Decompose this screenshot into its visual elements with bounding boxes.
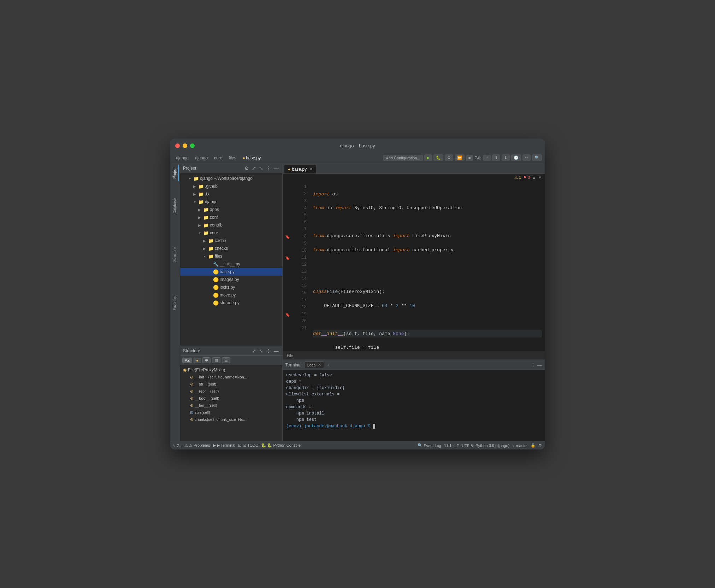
struct-len-item[interactable]: ⊙ __len__(self): [180, 402, 282, 409]
debug-button[interactable]: 🐛: [433, 154, 443, 161]
tree-root[interactable]: ▾ 📁 django ~/Workspace/django: [180, 175, 282, 182]
scroll-down-icon[interactable]: ▼: [538, 175, 542, 180]
gutter-line-6: [283, 219, 292, 226]
toolbar-tab-basepy[interactable]: ●base.py: [240, 154, 264, 161]
search-button[interactable]: 🔍: [532, 154, 542, 161]
status-line-ending[interactable]: LF: [454, 443, 459, 448]
toolbar-tab-django2[interactable]: django: [192, 154, 211, 161]
python-file-icon: ●: [288, 167, 290, 172]
az-sort-button[interactable]: AZ: [182, 358, 192, 363]
sidebar-tab-favorites[interactable]: Favorites: [171, 293, 179, 313]
collapse-all-button[interactable]: ▤: [212, 357, 220, 363]
coverage-button[interactable]: ⚙: [445, 154, 453, 161]
toolbar-tab-core[interactable]: core: [211, 154, 225, 161]
struct-class-item[interactable]: ◉ File(FileProxyMixin): [180, 366, 282, 374]
stop-button[interactable]: ■: [466, 155, 473, 161]
tree-item-imagespy[interactable]: 🟡 images.py: [180, 276, 282, 283]
scroll-up-icon[interactable]: ▲: [532, 175, 536, 180]
tree-item-github[interactable]: ▶ 📁 .github: [180, 182, 282, 190]
tree-label: django: [205, 199, 218, 204]
tree-item-core[interactable]: ▾ 📁 core: [180, 229, 282, 237]
gutter-line-19: 🔖: [283, 311, 292, 318]
structure-minimize-icon[interactable]: —: [273, 347, 279, 354]
struct-size-item[interactable]: ⊡ size(self): [180, 409, 282, 416]
tree-item-init[interactable]: 🔧 __init__.py: [180, 260, 282, 268]
git-history-button[interactable]: 🕐: [511, 154, 521, 161]
structure-panel-header: Structure ⤢ ⤡ ⋮ —: [180, 346, 282, 356]
maximize-button[interactable]: [190, 143, 195, 148]
structure-expand-icon[interactable]: ⤢: [251, 347, 257, 354]
titlebar: django – base.py: [170, 139, 545, 153]
code-content[interactable]: import os from io import BytesIO, String…: [310, 181, 545, 351]
tree-item-django[interactable]: ▾ 📁 django: [180, 198, 282, 206]
toolbar-tab-django1[interactable]: django: [173, 154, 191, 161]
filter-button[interactable]: ●: [194, 358, 201, 363]
tree-item-basepy[interactable]: 🟡 base.py: [180, 268, 282, 276]
editor-tab-basepy[interactable]: ● base.py ✕: [284, 164, 316, 174]
tab-close-icon[interactable]: ✕: [309, 167, 312, 171]
event-log-icon: 🔍: [418, 443, 422, 448]
terminal-content[interactable]: usedevelop = false deps = changedir = {t…: [283, 370, 545, 441]
structure-menu-icon[interactable]: ⋮: [265, 347, 272, 354]
project-settings-icon[interactable]: ⚙: [244, 165, 250, 172]
terminal-menu-icon[interactable]: ⋮: [531, 362, 536, 368]
git-pull-button[interactable]: ⬇: [502, 154, 510, 161]
terminal-cursor: [373, 424, 375, 429]
status-encoding[interactable]: UTF-8: [462, 443, 473, 448]
struct-init-item[interactable]: ⊙ __init__(self, file, name=Non...: [180, 374, 282, 381]
status-todo[interactable]: ☑ ☑ TODO: [238, 443, 258, 448]
tree-item-files[interactable]: ▾ 📁 files: [180, 252, 282, 260]
terminal-minimize-icon[interactable]: —: [537, 362, 542, 368]
project-minimize-icon[interactable]: —: [273, 165, 279, 172]
tree-item-cache[interactable]: ▶ 📁 cache: [180, 237, 282, 245]
struct-bool-item[interactable]: ⊙ __bool__(self): [180, 395, 282, 402]
tree-item-lockspy[interactable]: 🟡 locks.py: [180, 283, 282, 291]
visibility-button[interactable]: ☰: [222, 357, 230, 363]
structure-collapse-icon[interactable]: ⤡: [258, 347, 264, 354]
minimize-button[interactable]: [183, 143, 187, 148]
term-line-1: usedevelop = false: [286, 372, 541, 378]
status-settings-icon[interactable]: ⚙: [538, 443, 542, 448]
struct-str-item[interactable]: ⊙ __str__(self): [180, 381, 282, 388]
struct-chunks-item[interactable]: ⊙ chunks(self, chunk_size=No...: [180, 416, 282, 423]
expand-icon: ▶: [197, 216, 202, 219]
status-lock-icon[interactable]: 🔒: [531, 443, 536, 448]
sidebar-tab-project[interactable]: Project: [171, 165, 179, 181]
expand-icon: ▶: [197, 208, 202, 212]
tree-item-checks[interactable]: ▶ 📁 checks: [180, 245, 282, 252]
step-button[interactable]: ⏩: [455, 154, 465, 161]
toolbar-tab-files[interactable]: files: [226, 154, 239, 161]
tree-item-contrib[interactable]: ▶ 📁 contrib: [180, 221, 282, 229]
sidebar-tab-structure[interactable]: Structure: [171, 245, 179, 265]
tree-item-storagepy[interactable]: 🟡 storage.py: [180, 299, 282, 307]
add-configuration-button[interactable]: Add Configuration...: [383, 155, 422, 161]
status-terminal[interactable]: ▶ ▶ Terminal: [213, 443, 235, 448]
project-collapse-icon[interactable]: ⤡: [258, 165, 264, 172]
code-editor[interactable]: 🔖 🔖 🔖: [283, 181, 545, 351]
tree-item-conf[interactable]: ▶ 📁 conf: [180, 213, 282, 221]
terminal-tab-local[interactable]: Local ✕: [304, 361, 324, 368]
git-revert-button[interactable]: ↩: [522, 154, 531, 161]
git-push-button[interactable]: ⬆: [492, 154, 500, 161]
tree-item-movepy[interactable]: 🟡 move.py: [180, 291, 282, 299]
expand-all-button[interactable]: ⊕: [202, 357, 211, 363]
status-python[interactable]: Python 3.9 (django): [475, 443, 509, 448]
status-problems[interactable]: ⚠ ⚠ Problems: [184, 443, 210, 448]
status-branch[interactable]: ⑂ master: [512, 443, 528, 448]
git-branch-button[interactable]: ⑂: [483, 155, 491, 161]
terminal-tab-close-icon[interactable]: ✕: [318, 363, 321, 367]
tree-item-apps[interactable]: ▶ 📁 apps: [180, 206, 282, 213]
status-event-log[interactable]: 🔍 Event Log: [418, 443, 441, 448]
terminal-add-button[interactable]: ＋: [326, 362, 331, 368]
status-python-console[interactable]: 🐍 🐍 Python Console: [261, 443, 301, 448]
project-expand-icon[interactable]: ⤢: [251, 165, 257, 172]
status-position[interactable]: 11:1: [444, 443, 451, 448]
line-numbers: 12345 678910 1112131415 1617181920 21: [292, 181, 310, 351]
status-git[interactable]: ⑂ Git: [173, 443, 182, 448]
tree-item-tx[interactable]: ▶ 📁 .tx: [180, 190, 282, 198]
run-button[interactable]: ▶: [424, 154, 432, 161]
sidebar-tab-database[interactable]: Database: [171, 195, 179, 216]
struct-repr-item[interactable]: ⊙ __repr__(self): [180, 388, 282, 395]
project-menu-icon[interactable]: ⋮: [265, 165, 272, 172]
close-button[interactable]: [175, 143, 180, 148]
